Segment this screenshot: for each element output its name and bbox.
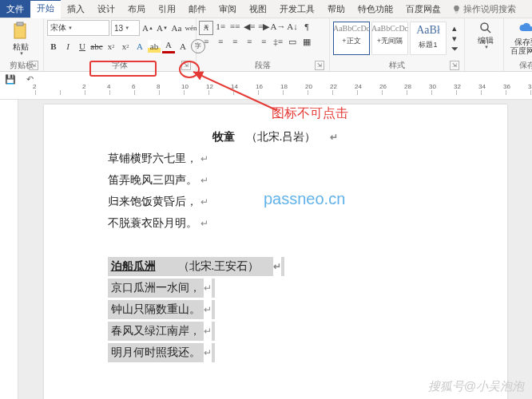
tab-mailings[interactable]: 邮件 [182, 0, 212, 18]
group-label-clipboard: 剪贴板 ⇲ [3, 60, 40, 71]
svg-line-3 [487, 30, 490, 33]
page-scroll[interactable]: 牧童 （北宋.吕岩） ↵ 草铺横野六七里，↵笛弄晚风三四声。↵归来饱饭黄昏后，↵… [18, 100, 532, 399]
tab-home[interactable]: 开始 [30, 0, 61, 18]
font-size-select[interactable]: 13▼ [111, 20, 140, 36]
tab-file[interactable]: 文件 [0, 0, 30, 18]
styles-expand[interactable]: ⏷ [448, 44, 461, 53]
chevron-down-icon: ▼ [484, 45, 489, 49]
tab-insert[interactable]: 插入 [61, 0, 91, 18]
strike-button[interactable]: abc [90, 40, 103, 53]
document-area: 牧童 （北宋.吕岩） ↵ 草铺横野六七里，↵笛弄晚风三四声。↵归来饱饭黄昏后，↵… [0, 100, 532, 399]
tab-references[interactable]: 引用 [152, 0, 182, 18]
save-to-cloud-button[interactable]: 保存到 百度网盘 [507, 20, 532, 57]
poem-line: 笛弄晚风三四声。↵ [108, 171, 443, 190]
paragraph-dialog-launcher[interactable]: ⇲ [315, 61, 324, 70]
svg-point-2 [481, 23, 488, 30]
text-effects-button[interactable]: A [133, 40, 146, 53]
poem-line: 明月何时照我还。↵ [108, 343, 215, 362]
tab-view[interactable]: 视图 [243, 0, 273, 18]
clipboard-dialog-launcher[interactable]: ⇲ [29, 61, 38, 70]
tab-help[interactable]: 帮助 [321, 0, 351, 18]
italic-button[interactable]: I [62, 40, 74, 53]
tell-me-search[interactable]: 操作说明搜索 [452, 3, 516, 15]
subscript-button[interactable]: x2 [105, 40, 117, 53]
group-font: 宋体▼ 13▼ A▲ A▼ Aa wén A B I U abc x2 x2 A… [44, 18, 197, 71]
poem-line: 草铺横野六七里，↵ [108, 149, 443, 168]
superscript-button[interactable]: x2 [119, 40, 132, 53]
para-mark-icon: ↵ [200, 192, 208, 211]
align-left-button[interactable]: ≡ [200, 35, 212, 48]
justify-button[interactable]: ≡ [243, 35, 256, 48]
tab-design[interactable]: 设计 [91, 0, 121, 18]
decrease-indent-button[interactable]: ◀≡ [243, 20, 256, 33]
poem-line: 不脱蓑衣卧月明。↵ [108, 214, 443, 233]
group-clipboard: 粘贴 ▼ 剪贴板 ⇲ [0, 18, 44, 71]
shading-button[interactable]: ▭ [286, 35, 299, 48]
borders-button[interactable]: ▦ [300, 35, 313, 48]
poem-line: 京口瓜洲一水间，↵ [108, 279, 215, 298]
poem-line: 钟山只隔数重山。↵ [108, 300, 215, 319]
increase-indent-button[interactable]: ≡▶ [257, 20, 270, 33]
group-label-paragraph: 段落 ⇲ [200, 60, 326, 71]
numbering-button[interactable]: 1≡ [214, 20, 227, 33]
page[interactable]: 牧童 （北宋.吕岩） ↵ 草铺横野六七里，↵笛弄晚风三四声。↵归来饱饭黄昏后，↵… [44, 105, 507, 399]
style-normal[interactable]: AaBbCcDc+正文 [333, 22, 370, 55]
styles-dialog-launcher[interactable]: ⇲ [450, 61, 459, 70]
horizontal-ruler[interactable]: 2246810121416182022242628303234363840424… [0, 86, 532, 100]
group-label-font: 字体 ⇲ [47, 60, 193, 71]
char-shading-button[interactable]: A [177, 40, 189, 53]
tab-bar: 文件 开始 插入 设计 布局 引用 邮件 审阅 视图 开发工具 帮助 特色功能 … [0, 0, 532, 18]
search-icon [479, 22, 492, 34]
tab-review[interactable]: 审阅 [212, 0, 243, 18]
ltr-button[interactable]: A→ [272, 20, 284, 33]
change-case-button[interactable]: Aa [170, 22, 183, 34]
underline-button[interactable]: U [76, 40, 89, 53]
paste-button[interactable]: 粘贴 ▼ [3, 20, 38, 57]
para-mark-icon: ↵ [204, 279, 212, 298]
sort-button[interactable]: A↓ [286, 20, 299, 33]
vertical-ruler[interactable] [0, 100, 18, 399]
align-center-button[interactable]: ≡ [214, 35, 227, 48]
poem1-title: 牧童 （北宋.吕岩） ↵ [108, 128, 443, 147]
styles-scroll-down[interactable]: ▾ [448, 34, 461, 43]
poem-line: 春风又绿江南岸，↵ [108, 322, 215, 341]
para-mark-icon: ↵ [330, 128, 338, 147]
tab-layout[interactable]: 布局 [121, 0, 152, 18]
paste-icon [12, 22, 30, 41]
distribute-button[interactable]: ≡ [257, 35, 270, 48]
para-mark-icon: ↵ [200, 214, 208, 233]
para-mark-icon: ↵ [204, 300, 212, 319]
font-dialog-launcher[interactable]: ⇲ [181, 61, 191, 70]
style-no-spacing[interactable]: AaBbCcDc+无间隔 [371, 22, 408, 55]
group-save: 保存到 百度网盘 保存 [504, 18, 532, 71]
group-label-save: 保存 [507, 60, 532, 71]
highlight-button[interactable]: ab [148, 40, 161, 53]
align-right-button[interactable]: ≡ [228, 35, 241, 48]
para-mark-icon: ↵ [200, 171, 208, 190]
bullets-button[interactable]: ≡ [200, 20, 212, 33]
tab-special[interactable]: 特色功能 [351, 0, 399, 18]
tab-developer[interactable]: 开发工具 [273, 0, 321, 18]
save-icon[interactable]: 💾 [5, 73, 16, 85]
chevron-down-icon: ▼ [19, 51, 24, 56]
font-family-select[interactable]: 宋体▼ [47, 20, 109, 36]
ribbon: 粘贴 ▼ 剪贴板 ⇲ 宋体▼ 13▼ A▲ A▼ Aa wén A B I U [0, 18, 532, 72]
bold-button[interactable]: B [47, 40, 60, 53]
svg-rect-1 [17, 22, 23, 26]
phonetic-guide-button[interactable]: wén [185, 22, 197, 34]
para-mark-icon: ↵ [204, 322, 212, 341]
styles-scroll-up[interactable]: ▴ [448, 23, 461, 33]
font-color-button[interactable]: A [162, 38, 175, 53]
tab-baidu[interactable]: 百度网盘 [399, 0, 447, 18]
find-button[interactable]: 编辑 ▼ [468, 20, 503, 51]
para-mark-icon: ↵ [204, 343, 212, 362]
grow-font-button[interactable]: A▲ [141, 22, 154, 34]
show-marks-button[interactable]: ¶ [300, 20, 313, 33]
line-spacing-button[interactable]: ‡≡ [272, 35, 284, 48]
multilevel-button[interactable]: ≡≡ [228, 20, 241, 33]
group-label-styles: 样式 ⇲ [333, 60, 461, 71]
lightbulb-icon [452, 5, 461, 14]
style-heading1[interactable]: AaBł标题1 [410, 22, 447, 55]
shrink-font-button[interactable]: A▼ [156, 22, 169, 34]
para-mark-icon: ↵ [273, 257, 281, 276]
